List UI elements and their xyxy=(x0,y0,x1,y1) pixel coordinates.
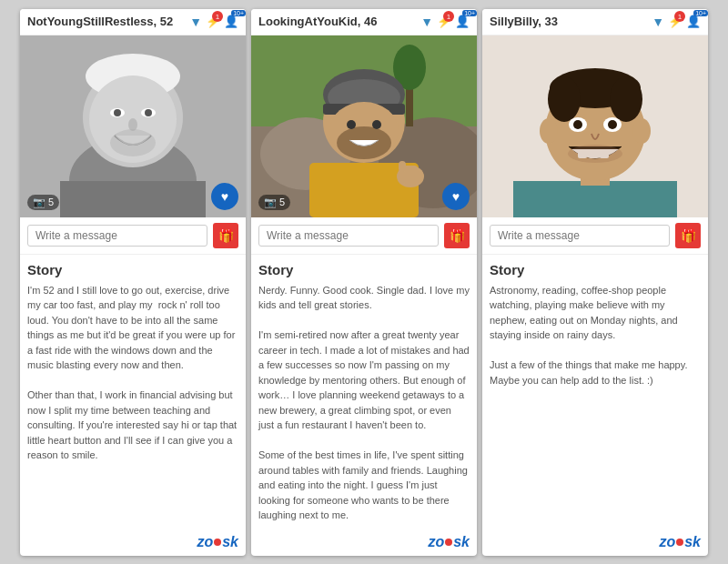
username-2: LookingAtYouKid, 46 xyxy=(258,15,377,28)
message-input-2[interactable] xyxy=(258,225,439,247)
svg-rect-12 xyxy=(60,181,206,217)
svg-point-44 xyxy=(608,120,617,129)
svg-point-39 xyxy=(540,118,558,144)
story-area-1: Story I'm 52 and I still love to go out,… xyxy=(20,255,246,530)
svg-point-40 xyxy=(632,118,651,144)
zoosk-dot-1 xyxy=(214,539,221,546)
message-input-1[interactable] xyxy=(27,225,207,247)
heart-button-2[interactable]: ♥ xyxy=(442,183,470,210)
badge-blue-3: 10+ xyxy=(693,10,708,16)
svg-point-9 xyxy=(128,118,137,131)
message-area-2: 🎁 xyxy=(251,217,477,255)
message-area-3: 🎁 xyxy=(482,217,708,255)
header-icons-2: ▼ ⚡ 1 👤 10+ xyxy=(420,15,470,29)
story-text-2: Nerdy. Funny. Good cook. Single dad. I l… xyxy=(258,283,470,523)
gift-icon-3: 🎁 xyxy=(681,228,696,243)
photo-area-3 xyxy=(482,35,708,217)
card-header-1: NotYoungStillRestless, 52 ▼ ⚡ 1 👤 10+ xyxy=(20,9,246,35)
story-title-1: Story xyxy=(27,262,238,277)
gift-button-3[interactable]: 🎁 xyxy=(675,223,701,248)
zoosk-logo-3: zosk xyxy=(482,530,708,556)
photo-count-1: 📷 5 xyxy=(27,195,59,210)
zoosk-logo-2: zosk xyxy=(251,530,477,556)
svg-point-10 xyxy=(110,129,156,156)
zoosk-logo-1: zosk xyxy=(20,530,246,556)
svg-rect-30 xyxy=(399,161,406,172)
photo-area-1: 📷 5 ♥ xyxy=(20,35,246,217)
zoosk-dot-3 xyxy=(676,539,683,546)
svg-rect-33 xyxy=(513,181,677,217)
story-area-2: Story Nerdy. Funny. Good cook. Single da… xyxy=(251,255,477,530)
username-1: NotYoungStillRestless, 52 xyxy=(27,15,173,28)
svg-point-27 xyxy=(372,120,381,129)
svg-point-8 xyxy=(145,109,152,116)
story-area-3: Story Astronomy, reading, coffee-shop pe… xyxy=(482,255,708,530)
heart-icon-1: ♥ xyxy=(221,189,228,204)
badge-red-3: 1 xyxy=(674,11,685,22)
profile-card-2: LookingAtYouKid, 46 ▼ ⚡ 1 👤 10+ xyxy=(251,9,477,556)
message-input-3[interactable] xyxy=(490,225,670,247)
svg-point-37 xyxy=(548,76,581,122)
heart-button-1[interactable]: ♥ xyxy=(211,183,238,210)
heart-icon-2: ♥ xyxy=(452,189,460,204)
gift-icon-1: 🎁 xyxy=(218,228,234,243)
filter-icon-2[interactable]: ▼ xyxy=(420,15,433,29)
username-3: SillyBilly, 33 xyxy=(490,15,558,28)
badge-red-2: 1 xyxy=(443,11,454,22)
svg-point-48 xyxy=(568,145,622,163)
gift-button-2[interactable]: 🎁 xyxy=(444,223,470,248)
notif-user-2[interactable]: 👤 10+ xyxy=(455,15,470,28)
photo-count-2: 📷 5 xyxy=(258,195,290,210)
story-title-3: Story xyxy=(490,262,701,277)
svg-point-38 xyxy=(610,76,642,122)
photo-area-2: 📷 5 ♥ xyxy=(251,35,477,217)
story-title-2: Story xyxy=(258,262,470,277)
notif-user-1[interactable]: 👤 10+ xyxy=(224,15,238,28)
gift-icon-2: 🎁 xyxy=(450,228,465,243)
svg-point-26 xyxy=(347,120,356,129)
camera-icon-1: 📷 xyxy=(33,196,46,208)
cards-container: NotYoungStillRestless, 52 ▼ ⚡ 1 👤 10+ xyxy=(13,2,715,563)
badge-blue-1: 10+ xyxy=(231,10,246,16)
message-area-1: 🎁 xyxy=(20,217,246,255)
badge-blue-2: 10+ xyxy=(462,10,477,16)
profile-card-1: NotYoungStillRestless, 52 ▼ ⚡ 1 👤 10+ xyxy=(20,9,246,556)
svg-point-6 xyxy=(114,109,121,116)
svg-point-42 xyxy=(573,120,582,129)
filter-icon-3[interactable]: ▼ xyxy=(652,15,664,29)
card-header-3: SillyBilly, 33 ▼ ⚡ 1 👤 10+ xyxy=(482,9,708,35)
story-text-1: I'm 52 and I still love to go out, exerc… xyxy=(27,283,238,463)
story-text-3: Astronomy, reading, coffee-shop people w… xyxy=(490,283,701,388)
profile-card-3: SillyBilly, 33 ▼ ⚡ 1 👤 10+ xyxy=(482,9,708,556)
notif-user-3[interactable]: 👤 10+ xyxy=(686,15,701,28)
zoosk-dot-2 xyxy=(445,539,452,546)
header-icons-1: ▼ ⚡ 1 👤 10+ xyxy=(189,15,238,29)
camera-icon-2: 📷 xyxy=(264,196,277,208)
header-icons-3: ▼ ⚡ 1 👤 10+ xyxy=(652,15,701,29)
badge-red-1: 1 xyxy=(212,11,223,22)
gift-button-1[interactable]: 🎁 xyxy=(213,223,238,248)
filter-icon-1[interactable]: ▼ xyxy=(189,15,202,29)
notif-lightning-2[interactable]: ⚡ 1 xyxy=(437,15,451,28)
card-header-2: LookingAtYouKid, 46 ▼ ⚡ 1 👤 10+ xyxy=(251,9,477,35)
notif-lightning-1[interactable]: ⚡ 1 xyxy=(206,15,220,28)
notif-lightning-3[interactable]: ⚡ 1 xyxy=(668,15,682,28)
